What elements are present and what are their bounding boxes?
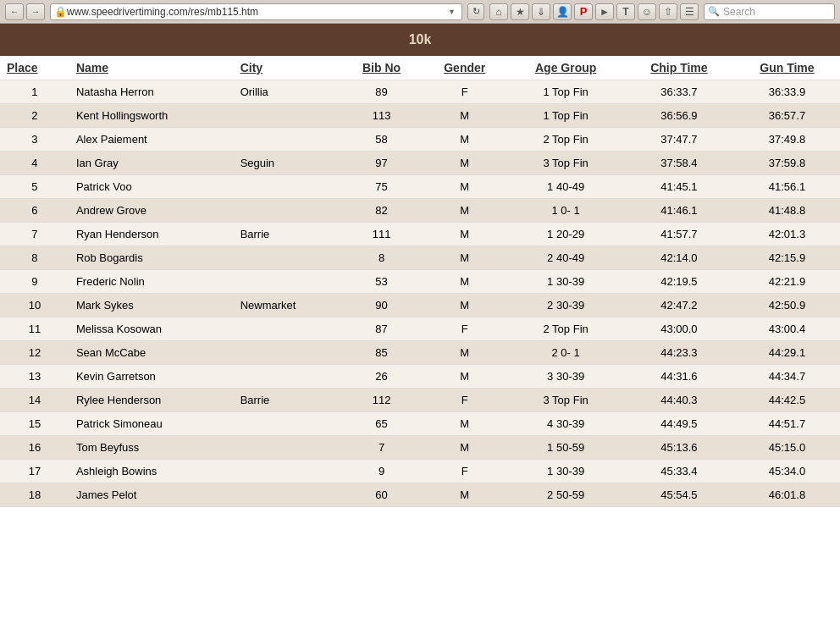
cell-gender: F — [422, 389, 507, 412]
cell-age-group: 1 30-39 — [507, 270, 624, 294]
menu-icon[interactable]: ☰ — [680, 3, 699, 20]
cell-name: Andrew Grove — [69, 199, 234, 223]
cell-age-group: 3 Top Fin — [507, 389, 624, 412]
cell-chip-time: 41:46.1 — [624, 199, 734, 223]
cell-chip-time: 37:58.4 — [624, 152, 734, 175]
cell-name: Sean McCabe — [69, 341, 234, 365]
cell-age-group: 2 50-59 — [507, 483, 624, 507]
cell-city — [234, 483, 341, 507]
home-icon[interactable]: ⌂ — [489, 3, 508, 20]
table-row: 7Ryan HendersonBarrie111M1 20-2941:57.74… — [0, 223, 840, 246]
forward-button[interactable]: → — [26, 3, 45, 20]
cell-bib: 9 — [341, 460, 422, 483]
nav-buttons: ← → — [5, 3, 45, 20]
emoji-icon[interactable]: ☺ — [638, 3, 656, 20]
cell-gun-time: 37:49.8 — [734, 128, 840, 152]
download-icon[interactable]: ⇓ — [532, 3, 550, 20]
cell-bib: 7 — [341, 436, 422, 460]
cell-bib: 60 — [341, 483, 422, 507]
font-icon[interactable]: T — [616, 3, 635, 20]
search-placeholder: Search — [723, 6, 755, 18]
table-row: 1Natasha HerronOrillia89F1 Top Fin36:33.… — [0, 80, 840, 104]
cell-age-group: 1 50-59 — [507, 436, 624, 460]
table-row: 15Patrick Simoneau65M4 30-3944:49.544:51… — [0, 412, 840, 436]
cell-name: Patrick Voo — [69, 175, 234, 199]
dropdown-arrow-icon: ▼ — [448, 8, 456, 16]
cell-chip-time: 36:33.7 — [624, 80, 734, 104]
col-header-gender: Gender — [422, 56, 507, 80]
cell-city — [234, 246, 341, 270]
cell-bib: 90 — [341, 294, 422, 317]
cell-gun-time: 42:15.9 — [734, 246, 840, 270]
cell-place: 7 — [0, 223, 69, 246]
cell-place: 10 — [0, 294, 69, 317]
cell-city — [234, 199, 341, 223]
cell-city — [234, 341, 341, 365]
cell-age-group: 1 Top Fin — [507, 80, 624, 104]
cell-city — [234, 460, 341, 483]
cell-bib: 87 — [341, 317, 422, 341]
pinterest-icon[interactable]: P — [574, 3, 593, 20]
cell-gender: M — [422, 223, 507, 246]
cell-place: 3 — [0, 128, 69, 152]
table-row: 9Frederic Nolin53M1 30-3942:19.542:21.9 — [0, 270, 840, 294]
table-row: 10Mark SykesNewmarket90M2 30-3942:47.242… — [0, 294, 840, 317]
cell-city: Barrie — [234, 223, 341, 246]
cell-bib: 26 — [341, 365, 422, 389]
cell-gun-time: 46:01.8 — [734, 483, 840, 507]
cell-name: Natasha Herron — [69, 80, 234, 104]
cell-age-group: 2 0- 1 — [507, 341, 624, 365]
refresh-button[interactable]: ↻ — [467, 3, 484, 20]
cell-bib: 113 — [341, 104, 422, 128]
table-row: 2Kent Hollingsworth113M1 Top Fin36:56.93… — [0, 104, 840, 128]
send-icon[interactable]: ► — [595, 3, 614, 20]
cell-place: 14 — [0, 389, 69, 412]
cell-place: 15 — [0, 412, 69, 436]
table-row: 18James Pelot60M2 50-5945:54.546:01.8 — [0, 483, 840, 507]
cell-age-group: 1 20-29 — [507, 223, 624, 246]
cell-chip-time: 36:56.9 — [624, 104, 734, 128]
share-icon[interactable]: ⇧ — [659, 3, 677, 20]
cell-chip-time: 45:13.6 — [624, 436, 734, 460]
cell-gender: M — [422, 341, 507, 365]
cell-bib: 89 — [341, 80, 422, 104]
cell-city — [234, 128, 341, 152]
cell-chip-time: 45:54.5 — [624, 483, 734, 507]
cell-age-group: 1 30-39 — [507, 460, 624, 483]
cell-bib: 112 — [341, 389, 422, 412]
cell-bib: 65 — [341, 412, 422, 436]
cell-place: 16 — [0, 436, 69, 460]
address-bar[interactable]: 🔒 www.speedrivertiming.com/res/mb115.htm… — [50, 3, 462, 20]
table-row: 8Rob Bogardis8M2 40-4942:14.042:15.9 — [0, 246, 840, 270]
search-icon: 🔍 — [708, 6, 720, 17]
table-row: 12Sean McCabe85M2 0- 144:23.344:29.1 — [0, 341, 840, 365]
cell-chip-time: 42:47.2 — [624, 294, 734, 317]
cell-chip-time: 41:57.7 — [624, 223, 734, 246]
cell-chip-time: 42:14.0 — [624, 246, 734, 270]
back-button[interactable]: ← — [5, 3, 24, 20]
bookmark-icon[interactable]: ★ — [511, 3, 529, 20]
cell-age-group: 1 Top Fin — [507, 104, 624, 128]
cell-name: Kevin Garretson — [69, 365, 234, 389]
search-box[interactable]: 🔍 Search — [704, 3, 835, 20]
cell-gender: M — [422, 270, 507, 294]
cell-age-group: 1 40-49 — [507, 175, 624, 199]
cell-gender: M — [422, 365, 507, 389]
cell-gun-time: 44:42.5 — [734, 389, 840, 412]
cell-age-group: 2 Top Fin — [507, 128, 624, 152]
cell-chip-time: 44:40.3 — [624, 389, 734, 412]
cell-city — [234, 365, 341, 389]
cell-gun-time: 36:33.9 — [734, 80, 840, 104]
cell-name: Rob Bogardis — [69, 246, 234, 270]
cell-place: 11 — [0, 317, 69, 341]
cell-gender: M — [422, 199, 507, 223]
cell-bib: 97 — [341, 152, 422, 175]
cell-chip-time: 44:49.5 — [624, 412, 734, 436]
table-row: 13Kevin Garretson26M3 30-3944:31.644:34.… — [0, 365, 840, 389]
cell-name: Ashleigh Bowins — [69, 460, 234, 483]
user-icon[interactable]: 👤 — [553, 3, 572, 20]
cell-place: 4 — [0, 152, 69, 175]
cell-city: Seguin — [234, 152, 341, 175]
cell-gun-time: 42:21.9 — [734, 270, 840, 294]
cell-chip-time: 43:00.0 — [624, 317, 734, 341]
